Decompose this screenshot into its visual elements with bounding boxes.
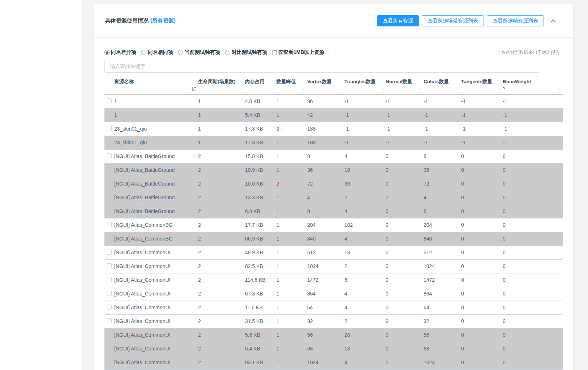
filter-checkbox-1mb[interactable]: 仅查看1MB以上资源 [272,49,325,56]
cell-normal: 0 [386,314,424,328]
row-checkbox[interactable] [107,126,112,131]
cell-lifecycle: 1 [198,94,245,108]
sort-icon[interactable] [191,87,196,93]
row-checkbox[interactable] [107,263,112,268]
cell-lifecycle: 1 [198,136,245,149]
column-header-label: BoneWeights [503,78,532,91]
cell-name: 23_skin01_qiu [114,136,198,149]
radio-icon[interactable] [178,50,183,55]
column-header-8[interactable]: Colors数量↑↓ [424,76,461,94]
cell-name: [NGUI] Atlas_CommonUI [114,314,198,328]
cell-boneweights: 0 [503,149,563,163]
radio-icon[interactable] [104,50,110,55]
radio-icon[interactable] [225,50,230,55]
cell-triangles: -1 [344,122,386,136]
row-checkbox[interactable] [107,305,112,310]
view-all-resources-button[interactable]: 查看所有资源 [377,15,419,26]
cell-colors: 1472 [424,273,461,287]
column-header-1[interactable]: 资源名称 [114,76,198,94]
filter-radio-3[interactable]: 对比测试独有项 [225,49,267,56]
row-checkbox[interactable] [107,140,112,145]
column-header-9[interactable]: Tangents数量↑↓ [461,76,503,94]
radio-icon[interactable] [141,50,146,55]
cell-memory: 66.9 KB [245,232,276,246]
row-checkbox-cell [104,328,114,342]
collapse-panel-icon[interactable] [550,19,556,22]
column-header-3[interactable]: 内存占用↑↓ [245,76,276,94]
filter-radio-1[interactable]: 同名相同项 [141,49,173,56]
sort-icon[interactable]: ↑↓ [272,88,275,93]
row-checkbox[interactable] [107,318,112,323]
cell-lifecycle: 2 [198,246,245,259]
sort-icon[interactable]: ↑↓ [340,88,343,93]
row-checkbox[interactable] [107,332,112,337]
sort-icon[interactable]: ↑↓ [241,88,244,93]
cell-colors: 8 [424,149,461,163]
row-checkbox[interactable] [107,195,112,200]
search-input[interactable] [104,60,540,73]
cell-peak: 1 [276,191,307,204]
cell-peak: 1 [276,301,307,314]
cell-vertex: 512 [307,246,344,259]
cell-vertex: 4 [307,191,344,204]
cell-colors: 204 [424,218,461,232]
column-header-6[interactable]: Triangles数量↑↓ [344,76,386,94]
cell-memory: 11.0 KB [245,301,276,314]
cell-memory: 17.7 KB [245,218,276,232]
row-checkbox[interactable] [107,250,112,255]
row-checkbox[interactable] [107,112,112,117]
cell-tangents: -1 [461,122,503,136]
column-header-10[interactable]: BoneWeights↑↓ [503,76,563,94]
panel-title-filter-link[interactable]: (所有资源) [150,17,176,24]
sort-icon[interactable]: ↑↓ [381,88,384,93]
row-checkbox[interactable] [107,360,112,365]
row-checkbox[interactable] [107,236,112,241]
row-checkbox[interactable] [107,153,112,158]
cell-boneweights: 0 [503,342,563,356]
cell-tangents: 0 [461,301,503,314]
sort-icon[interactable]: ↑↓ [419,88,422,93]
row-checkbox[interactable] [107,277,112,282]
cell-colors: -1 [424,136,461,149]
column-header-7[interactable]: Normal数量↑↓ [386,76,424,94]
cell-boneweights: 0 [503,273,563,287]
cell-name: [NGUI] Atlas_CommonUI [114,328,198,342]
cell-boneweights: 0 [503,218,563,232]
column-header-2[interactable]: 生命周期(场景数)↑↓ [198,76,245,94]
row-checkbox[interactable] [107,167,112,172]
filter-radio-2[interactable]: 当前测试独有项 [178,49,220,56]
cell-memory: 5.4 KB [245,108,276,122]
cell-tangents: 0 [461,149,503,163]
row-checkbox[interactable] [107,291,112,296]
cell-peak: 1 [276,218,307,232]
sort-icon[interactable]: ↑↓ [498,88,501,93]
table-row: [NGUI] Atlas_CommonUI240.9 KB15121805120… [104,246,563,259]
cell-colors: 840 [424,232,461,246]
cell-normal: -1 [386,136,424,149]
view-selected-frame-resources-button[interactable]: 查看所选帧资源列表 [487,15,544,26]
cell-colors: 68 [424,342,461,356]
row-checkbox-cell [104,259,114,273]
panel-body: 同名差异项同名相同项当前测试独有项对比测试独有项仅查看1MB以上资源 * 灰色背… [94,49,573,370]
cell-vertex: 68 [307,342,344,356]
row-checkbox[interactable] [107,181,112,186]
sort-icon[interactable]: ↑↓ [457,88,460,93]
cell-triangles: 4 [344,356,386,369]
cell-tangents: -1 [461,136,503,149]
row-checkbox[interactable] [107,222,112,227]
row-checkbox[interactable] [107,98,112,103]
cell-normal: -1 [386,122,424,136]
cell-memory: 17.3 KB [245,136,276,149]
column-header-5[interactable]: Vertex数量↑↓ [307,76,344,94]
sort-icon[interactable]: ↑↓ [303,88,306,93]
row-checkbox[interactable] [107,208,112,213]
cell-peak: 2 [276,177,307,191]
filter-radio-0[interactable]: 同名差异项 [104,49,136,56]
row-checkbox[interactable] [107,346,112,351]
checkbox-icon[interactable] [272,50,277,55]
column-header-4[interactable]: 数量峰值↑↓ [276,76,307,94]
view-selected-scene-resources-button[interactable]: 查看所选场景资源列表 [422,15,484,26]
cell-vertex: 1472 [307,273,344,287]
sort-icon[interactable]: ↑↓ [558,88,561,93]
cell-boneweights: 0 [503,356,563,369]
